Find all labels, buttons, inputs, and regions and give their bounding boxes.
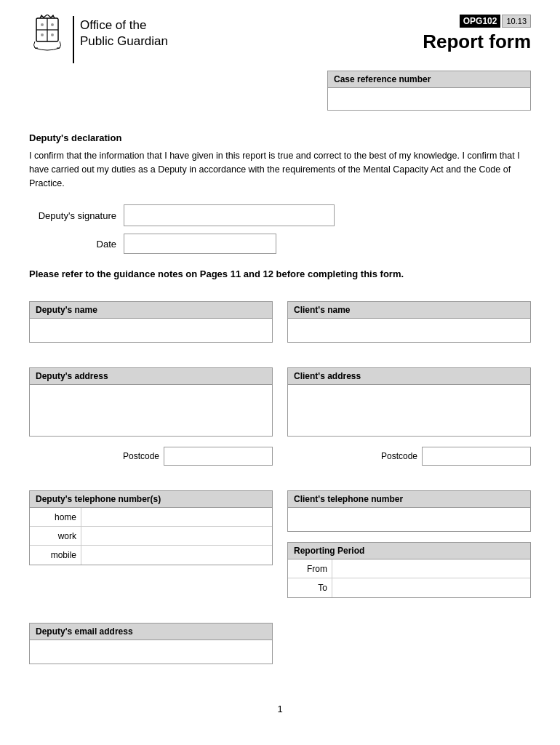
form-fields: Deputy's name Client's name Deputy's add…: [29, 301, 531, 674]
client-address-col: Client's address Postcode: [287, 367, 531, 476]
opg-label: OPG102: [460, 15, 501, 28]
header: Office of the Public Guardian OPG102 10.…: [29, 15, 531, 63]
deputy-telephone-mobile-label: mobile: [30, 550, 81, 560]
deputy-telephone-home-label: home: [30, 512, 81, 522]
client-postcode-label: Postcode: [381, 451, 417, 461]
client-address-input[interactable]: [288, 385, 530, 436]
reporting-to-label: To: [288, 583, 332, 593]
case-reference-box: Case reference number: [327, 71, 531, 111]
deputy-telephone-col: Deputy's telephone number(s) home work m…: [29, 490, 273, 608]
deputy-telephone-work-row: work: [30, 527, 272, 546]
report-title: Report form: [423, 31, 531, 53]
guidance-note: Please refer to the guidance notes on Pa…: [29, 268, 531, 279]
empty-col: [287, 623, 531, 674]
deputy-telephone-mobile-input[interactable]: [81, 546, 272, 565]
svg-point-4: [51, 23, 54, 26]
deputy-email-label: Deputy's email address: [30, 624, 272, 640]
name-row: Deputy's name Client's name: [29, 301, 531, 353]
deputy-telephone-section: Deputy's telephone number(s) home work m…: [29, 490, 273, 565]
reporting-from-label: From: [288, 564, 332, 574]
declaration-text: I confirm that the information that I ha…: [29, 149, 531, 190]
opg-version: 10.13: [502, 15, 531, 28]
declaration-title: Deputy's declaration: [29, 132, 531, 143]
client-name-label: Client's name: [288, 302, 530, 319]
org-name: Office of the Public Guardian: [80, 15, 168, 49]
client-postcode-row: Postcode: [287, 447, 531, 466]
date-input[interactable]: [124, 234, 276, 254]
email-row: Deputy's email address: [29, 623, 531, 674]
deputy-telephone-work-input[interactable]: [81, 527, 272, 545]
signature-input[interactable]: [124, 204, 335, 226]
deputy-email-input[interactable]: [30, 640, 272, 664]
page-number: 1: [29, 704, 531, 714]
client-address-label: Client's address: [288, 368, 530, 385]
date-label: Date: [29, 239, 124, 250]
reporting-period-section: Reporting Period From To: [287, 542, 531, 598]
page: Office of the Public Guardian OPG102 10.…: [0, 0, 560, 745]
address-row: Deputy's address Postcode Client's addre…: [29, 367, 531, 476]
case-reference-section: Case reference number: [29, 71, 531, 111]
deputy-address-input[interactable]: [30, 385, 272, 436]
client-telephone-input[interactable]: [288, 508, 530, 531]
deputy-telephone-work-label: work: [30, 531, 81, 541]
signature-row: Deputy's signature: [29, 204, 531, 226]
deputy-address-label: Deputy's address: [30, 368, 272, 385]
signature-label: Deputy's signature: [29, 210, 124, 221]
svg-point-6: [51, 33, 54, 36]
date-row: Date: [29, 234, 531, 254]
client-postcode-input[interactable]: [422, 447, 531, 466]
deputy-name-col: Deputy's name: [29, 301, 273, 353]
client-address-box: Client's address: [287, 367, 531, 437]
client-name-col: Client's name: [287, 301, 531, 353]
client-name-input[interactable]: [288, 319, 530, 342]
declaration-section: Deputy's declaration I confirm that the …: [29, 132, 531, 279]
case-reference-input[interactable]: [328, 88, 530, 110]
telephone-row: Deputy's telephone number(s) home work m…: [29, 490, 531, 608]
svg-point-3: [41, 23, 44, 26]
svg-point-5: [41, 33, 44, 36]
reporting-to-input[interactable]: [332, 578, 530, 597]
case-reference-label: Case reference number: [328, 71, 530, 88]
client-telephone-label: Client's telephone number: [288, 491, 530, 508]
deputy-address-box: Deputy's address: [29, 367, 273, 437]
reporting-from-input[interactable]: [332, 559, 530, 578]
deputy-telephone-label: Deputy's telephone number(s): [30, 491, 272, 508]
client-telephone-col: Client's telephone number Reporting Peri…: [287, 490, 531, 608]
deputy-telephone-home-row: home: [30, 508, 272, 527]
deputy-telephone-mobile-row: mobile: [30, 546, 272, 565]
client-name-box: Client's name: [287, 301, 531, 343]
logo-area: Office of the Public Guardian: [29, 15, 168, 63]
deputy-telephone-home-input[interactable]: [81, 508, 272, 526]
deputy-postcode-input[interactable]: [164, 447, 273, 466]
header-right: OPG102 10.13 Report form: [423, 15, 531, 53]
deputy-address-col: Deputy's address Postcode: [29, 367, 273, 476]
reporting-from-row: From: [288, 559, 530, 578]
coat-of-arms-icon: [29, 15, 65, 55]
reporting-period-label: Reporting Period: [288, 543, 530, 559]
deputy-name-box: Deputy's name: [29, 301, 273, 343]
reporting-to-row: To: [288, 578, 530, 597]
deputy-email-col: Deputy's email address: [29, 623, 273, 674]
deputy-postcode-label: Postcode: [123, 451, 159, 461]
deputy-name-label: Deputy's name: [30, 302, 272, 319]
client-telephone-box: Client's telephone number: [287, 490, 531, 532]
deputy-email-box: Deputy's email address: [29, 623, 273, 664]
deputy-name-input[interactable]: [30, 319, 272, 342]
deputy-postcode-row: Postcode: [29, 447, 273, 466]
opg-badge: OPG102 10.13: [460, 15, 531, 28]
